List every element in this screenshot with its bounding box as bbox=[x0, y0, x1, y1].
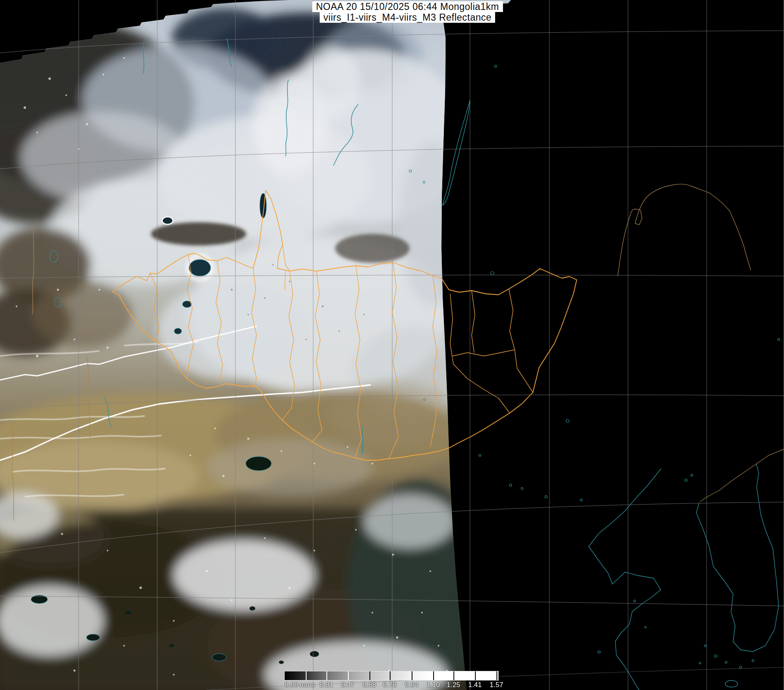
colorbar-tick-label: 1.57 bbox=[489, 681, 503, 689]
colorbar-unit-label: none bbox=[300, 681, 315, 689]
colorbar-tick bbox=[369, 671, 370, 680]
uvs-lake bbox=[189, 260, 211, 276]
colorbar-tick-label: 0.63 bbox=[362, 681, 376, 689]
colorbar-tick bbox=[475, 671, 476, 680]
mountain-ridge-band bbox=[151, 222, 246, 245]
colorbar-tick bbox=[306, 671, 307, 680]
colorbar-tick-label: 0.94 bbox=[405, 681, 418, 689]
colorbar-tick bbox=[348, 671, 349, 680]
satellite-map-canvas bbox=[0, 0, 784, 690]
colorbar-tick bbox=[453, 671, 454, 680]
colorbar-tick bbox=[412, 671, 412, 680]
reflectance-colorbar: 0.00 none 0.310.470.630.780.941.101.251.… bbox=[285, 671, 508, 689]
colorbar-gradient bbox=[285, 671, 499, 680]
colorbar-tick-label: 0.78 bbox=[383, 681, 396, 689]
colorbar-tick bbox=[499, 671, 499, 680]
colorbar-tick bbox=[496, 671, 497, 680]
colorbar-tick bbox=[390, 671, 391, 680]
title-line-2: viirs_I1-viirs_M4-viirs_M3 Reflectance bbox=[320, 12, 495, 23]
colorbar-tick bbox=[433, 671, 434, 680]
map-viewport[interactable]: NOAA 20 15/10/2025 06:44 Mongolia1km vii… bbox=[0, 0, 784, 690]
title-line-1: NOAA 20 15/10/2025 06:44 Mongolia1km bbox=[312, 1, 503, 12]
map-title-overlay: NOAA 20 15/10/2025 06:44 Mongolia1km vii… bbox=[312, 1, 503, 23]
colorbar-tick-label: 0.31 bbox=[319, 681, 333, 689]
colorbar-labels: 0.00 none 0.310.470.630.780.941.101.251.… bbox=[285, 681, 508, 689]
colorbar-tick-label: 1.25 bbox=[446, 681, 460, 689]
colorbar-min-label: 0.00 bbox=[285, 681, 298, 689]
bosten-lake bbox=[246, 457, 271, 471]
colorbar-tick-label: 0.47 bbox=[341, 681, 355, 689]
colorbar-tick bbox=[326, 671, 327, 680]
mountain-lake bbox=[162, 217, 173, 224]
colorbar-tick-label: 1.41 bbox=[468, 681, 482, 689]
colorbar-tick-label: 1.10 bbox=[426, 681, 440, 689]
